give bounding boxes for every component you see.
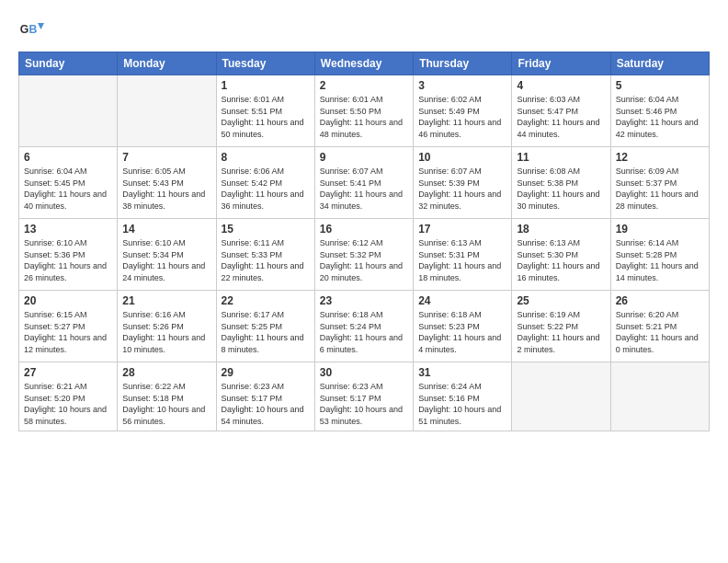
calendar-cell: 13Sunrise: 6:10 AM Sunset: 5:36 PM Dayli… bbox=[19, 219, 118, 291]
calendar-header-saturday: Saturday bbox=[610, 52, 709, 75]
calendar-header-tuesday: Tuesday bbox=[216, 52, 314, 75]
calendar-table: SundayMondayTuesdayWednesdayThursdayFrid… bbox=[18, 52, 710, 431]
calendar-cell: 20Sunrise: 6:15 AM Sunset: 5:27 PM Dayli… bbox=[19, 291, 118, 362]
calendar-cell bbox=[512, 362, 610, 431]
svg-marker-2 bbox=[38, 23, 44, 29]
calendar-header-wednesday: Wednesday bbox=[314, 52, 413, 75]
calendar-cell: 10Sunrise: 6:07 AM Sunset: 5:39 PM Dayli… bbox=[414, 147, 512, 219]
calendar-cell: 14Sunrise: 6:10 AM Sunset: 5:34 PM Dayli… bbox=[118, 219, 216, 291]
calendar-week-4: 20Sunrise: 6:15 AM Sunset: 5:27 PM Dayli… bbox=[19, 291, 710, 362]
day-number: 22 bbox=[222, 294, 310, 307]
calendar-cell: 28Sunrise: 6:22 AM Sunset: 5:18 PM Dayli… bbox=[118, 362, 216, 431]
calendar-cell: 27Sunrise: 6:21 AM Sunset: 5:20 PM Dayli… bbox=[19, 362, 118, 431]
day-number: 17 bbox=[418, 223, 506, 236]
day-info: Sunrise: 6:10 AM Sunset: 5:34 PM Dayligh… bbox=[122, 237, 210, 283]
calendar-cell: 12Sunrise: 6:09 AM Sunset: 5:37 PM Dayli… bbox=[610, 147, 709, 219]
day-info: Sunrise: 6:04 AM Sunset: 5:46 PM Dayligh… bbox=[616, 94, 704, 140]
day-info: Sunrise: 6:12 AM Sunset: 5:32 PM Dayligh… bbox=[320, 237, 408, 283]
day-info: Sunrise: 6:22 AM Sunset: 5:18 PM Dayligh… bbox=[122, 381, 210, 427]
calendar-cell: 15Sunrise: 6:11 AM Sunset: 5:33 PM Dayli… bbox=[216, 219, 314, 291]
day-info: Sunrise: 6:23 AM Sunset: 5:17 PM Dayligh… bbox=[320, 381, 408, 427]
calendar-cell: 23Sunrise: 6:18 AM Sunset: 5:24 PM Dayli… bbox=[314, 291, 413, 362]
day-info: Sunrise: 6:19 AM Sunset: 5:22 PM Dayligh… bbox=[517, 309, 605, 355]
day-info: Sunrise: 6:21 AM Sunset: 5:20 PM Dayligh… bbox=[24, 381, 112, 427]
day-number: 4 bbox=[517, 79, 605, 92]
svg-text:G: G bbox=[20, 23, 29, 36]
calendar-cell: 2Sunrise: 6:01 AM Sunset: 5:50 PM Daylig… bbox=[314, 75, 413, 147]
calendar-cell: 18Sunrise: 6:13 AM Sunset: 5:30 PM Dayli… bbox=[512, 219, 610, 291]
day-number: 15 bbox=[222, 223, 310, 236]
calendar-cell: 17Sunrise: 6:13 AM Sunset: 5:31 PM Dayli… bbox=[414, 219, 512, 291]
calendar-header-monday: Monday bbox=[118, 52, 216, 75]
calendar-cell: 29Sunrise: 6:23 AM Sunset: 5:17 PM Dayli… bbox=[216, 362, 314, 431]
calendar-cell: 19Sunrise: 6:14 AM Sunset: 5:28 PM Dayli… bbox=[610, 219, 709, 291]
day-info: Sunrise: 6:10 AM Sunset: 5:36 PM Dayligh… bbox=[24, 237, 112, 283]
day-number: 7 bbox=[122, 151, 210, 164]
calendar-cell: 9Sunrise: 6:07 AM Sunset: 5:41 PM Daylig… bbox=[314, 147, 413, 219]
calendar-week-5: 27Sunrise: 6:21 AM Sunset: 5:20 PM Dayli… bbox=[19, 362, 710, 431]
day-number: 29 bbox=[222, 366, 310, 379]
day-info: Sunrise: 6:06 AM Sunset: 5:42 PM Dayligh… bbox=[222, 166, 310, 212]
day-info: Sunrise: 6:13 AM Sunset: 5:31 PM Dayligh… bbox=[418, 237, 506, 283]
logo: G B bbox=[18, 17, 48, 42]
calendar-cell: 1Sunrise: 6:01 AM Sunset: 5:51 PM Daylig… bbox=[216, 75, 314, 147]
calendar-cell: 16Sunrise: 6:12 AM Sunset: 5:32 PM Dayli… bbox=[314, 219, 413, 291]
calendar-cell: 25Sunrise: 6:19 AM Sunset: 5:22 PM Dayli… bbox=[512, 291, 610, 362]
day-number: 13 bbox=[24, 223, 112, 236]
day-info: Sunrise: 6:20 AM Sunset: 5:21 PM Dayligh… bbox=[616, 309, 704, 355]
day-info: Sunrise: 6:05 AM Sunset: 5:43 PM Dayligh… bbox=[122, 166, 210, 212]
day-number: 23 bbox=[320, 294, 408, 307]
day-number: 5 bbox=[616, 79, 704, 92]
day-number: 25 bbox=[517, 294, 605, 307]
day-number: 28 bbox=[122, 366, 210, 379]
day-number: 6 bbox=[24, 151, 112, 164]
calendar-week-3: 13Sunrise: 6:10 AM Sunset: 5:36 PM Dayli… bbox=[19, 219, 710, 291]
day-info: Sunrise: 6:07 AM Sunset: 5:39 PM Dayligh… bbox=[418, 166, 506, 212]
calendar-cell bbox=[610, 362, 709, 431]
calendar-cell: 26Sunrise: 6:20 AM Sunset: 5:21 PM Dayli… bbox=[610, 291, 709, 362]
calendar-cell: 11Sunrise: 6:08 AM Sunset: 5:38 PM Dayli… bbox=[512, 147, 610, 219]
day-info: Sunrise: 6:01 AM Sunset: 5:51 PM Dayligh… bbox=[222, 94, 310, 140]
day-number: 12 bbox=[616, 151, 704, 164]
day-info: Sunrise: 6:09 AM Sunset: 5:37 PM Dayligh… bbox=[616, 166, 704, 212]
day-number: 9 bbox=[320, 151, 408, 164]
day-info: Sunrise: 6:11 AM Sunset: 5:33 PM Dayligh… bbox=[222, 237, 310, 283]
day-number: 16 bbox=[320, 223, 408, 236]
calendar-cell: 22Sunrise: 6:17 AM Sunset: 5:25 PM Dayli… bbox=[216, 291, 314, 362]
calendar-cell: 24Sunrise: 6:18 AM Sunset: 5:23 PM Dayli… bbox=[414, 291, 512, 362]
page: G B SundayMondayTuesdayWednesdayThursday… bbox=[0, 0, 728, 563]
calendar-cell: 5Sunrise: 6:04 AM Sunset: 5:46 PM Daylig… bbox=[610, 75, 709, 147]
svg-text:B: B bbox=[28, 23, 37, 36]
day-info: Sunrise: 6:08 AM Sunset: 5:38 PM Dayligh… bbox=[517, 166, 605, 212]
day-info: Sunrise: 6:17 AM Sunset: 5:25 PM Dayligh… bbox=[222, 309, 310, 355]
calendar-cell bbox=[118, 75, 216, 147]
day-number: 20 bbox=[24, 294, 112, 307]
calendar-cell: 4Sunrise: 6:03 AM Sunset: 5:47 PM Daylig… bbox=[512, 75, 610, 147]
day-number: 18 bbox=[517, 223, 605, 236]
day-number: 2 bbox=[320, 79, 408, 92]
calendar-week-1: 1Sunrise: 6:01 AM Sunset: 5:51 PM Daylig… bbox=[19, 75, 710, 147]
day-info: Sunrise: 6:18 AM Sunset: 5:24 PM Dayligh… bbox=[320, 309, 408, 355]
calendar-header-friday: Friday bbox=[512, 52, 610, 75]
calendar-cell: 8Sunrise: 6:06 AM Sunset: 5:42 PM Daylig… bbox=[216, 147, 314, 219]
day-number: 30 bbox=[320, 366, 408, 379]
calendar-cell: 7Sunrise: 6:05 AM Sunset: 5:43 PM Daylig… bbox=[118, 147, 216, 219]
calendar-header-thursday: Thursday bbox=[414, 52, 512, 75]
day-number: 21 bbox=[122, 294, 210, 307]
logo-icon: G B bbox=[18, 17, 44, 42]
day-info: Sunrise: 6:15 AM Sunset: 5:27 PM Dayligh… bbox=[24, 309, 112, 355]
day-number: 27 bbox=[24, 366, 112, 379]
day-info: Sunrise: 6:16 AM Sunset: 5:26 PM Dayligh… bbox=[122, 309, 210, 355]
day-number: 31 bbox=[418, 366, 506, 379]
calendar-cell: 31Sunrise: 6:24 AM Sunset: 5:16 PM Dayli… bbox=[414, 362, 512, 431]
calendar-cell: 30Sunrise: 6:23 AM Sunset: 5:17 PM Dayli… bbox=[314, 362, 413, 431]
day-info: Sunrise: 6:01 AM Sunset: 5:50 PM Dayligh… bbox=[320, 94, 408, 140]
day-info: Sunrise: 6:04 AM Sunset: 5:45 PM Dayligh… bbox=[24, 166, 112, 212]
day-number: 3 bbox=[418, 79, 506, 92]
calendar-cell: 21Sunrise: 6:16 AM Sunset: 5:26 PM Dayli… bbox=[118, 291, 216, 362]
day-number: 14 bbox=[122, 223, 210, 236]
day-info: Sunrise: 6:14 AM Sunset: 5:28 PM Dayligh… bbox=[616, 237, 704, 283]
calendar-header-sunday: Sunday bbox=[19, 52, 118, 75]
day-number: 19 bbox=[616, 223, 704, 236]
day-info: Sunrise: 6:02 AM Sunset: 5:49 PM Dayligh… bbox=[418, 94, 506, 140]
